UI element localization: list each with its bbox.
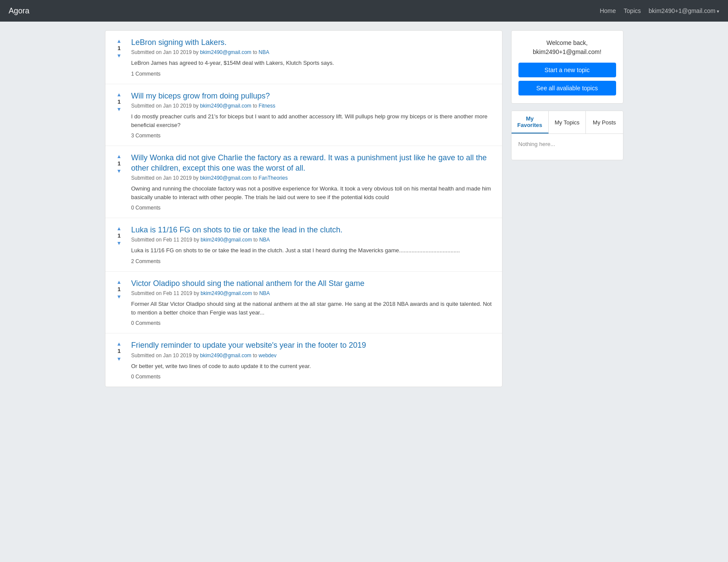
topic-excerpt: Luka is 11/16 FG on shots to tie or take… — [131, 246, 494, 255]
topic-comments: 3 Comments — [131, 133, 494, 139]
topic-comments: 1 Comments — [131, 71, 494, 77]
topic-comments: 0 Comments — [131, 205, 494, 211]
welcome-text: Welcome back, bkim2490+1@gmail.com! — [518, 38, 616, 57]
vote-count: 1 — [118, 347, 121, 355]
tab-my-topics[interactable]: My Topics — [549, 111, 586, 133]
vote-count: 1 — [118, 160, 121, 168]
topic-body: LeBron signing with Lakers. Submitted on… — [131, 38, 494, 77]
topic-comments: 0 Comments — [131, 374, 494, 380]
topic-author[interactable]: bkim2490@gmail.com — [200, 237, 252, 243]
topic-title[interactable]: Will my biceps grow from doing pullups? — [131, 91, 494, 101]
topic-author[interactable]: bkim2490@gmail.com — [200, 175, 251, 181]
vote-section: ▲ 1 ▼ — [113, 279, 125, 299]
vote-count: 1 — [118, 44, 121, 52]
topics-list: ▲ 1 ▼ LeBron signing with Lakers. Submit… — [105, 30, 502, 387]
upvote-arrow[interactable]: ▲ — [117, 38, 122, 44]
topic-item: ▲ 1 ▼ Luka is 11/16 FG on shots to tie o… — [105, 218, 502, 272]
welcome-line1: Welcome back, — [547, 39, 588, 46]
topic-author[interactable]: bkim2490@gmail.com — [200, 290, 252, 296]
downvote-arrow[interactable]: ▼ — [117, 168, 122, 174]
topic-title[interactable]: Luka is 11/16 FG on shots to tie or take… — [131, 225, 494, 235]
topic-title[interactable]: LeBron signing with Lakers. — [131, 38, 494, 48]
downvote-arrow[interactable]: ▼ — [117, 241, 122, 246]
topic-author[interactable]: bkim2490@gmail.com — [200, 49, 251, 55]
topic-title[interactable]: Victor Oladipo should sing the national … — [131, 279, 494, 289]
tab-my-posts[interactable]: My Posts — [586, 111, 623, 133]
sidebar-tab-content: Nothing here... — [512, 134, 623, 160]
topic-excerpt: I do mostly preacher curls and 21's for … — [131, 112, 494, 129]
downvote-arrow[interactable]: ▼ — [117, 53, 122, 58]
start-topic-button[interactable]: Start a new topic — [518, 63, 616, 77]
topic-item: ▲ 1 ▼ Will my biceps grow from doing pul… — [105, 84, 502, 146]
topic-comments: 2 Comments — [131, 258, 494, 264]
vote-section: ▲ 1 ▼ — [113, 226, 125, 246]
downvote-arrow[interactable]: ▼ — [117, 107, 122, 112]
downvote-arrow[interactable]: ▼ — [117, 356, 122, 362]
upvote-arrow[interactable]: ▲ — [117, 341, 122, 346]
topic-body: Will my biceps grow from doing pullups? … — [131, 91, 494, 139]
navbar-links: Home Topics bkim2490+1@gmail.com — [600, 7, 719, 14]
upvote-arrow[interactable]: ▲ — [117, 279, 122, 285]
topic-category[interactable]: Fitness — [259, 103, 276, 109]
topic-category[interactable]: webdev — [259, 352, 277, 359]
vote-section: ▲ 1 ▼ — [113, 341, 125, 361]
topic-title[interactable]: Friendly reminder to update your website… — [131, 340, 494, 350]
upvote-arrow[interactable]: ▲ — [117, 154, 122, 159]
vote-section: ▲ 1 ▼ — [113, 92, 125, 112]
topic-meta: Submitted on Jan 10 2019 by bkim2490@gma… — [131, 103, 494, 109]
upvote-arrow[interactable]: ▲ — [117, 92, 122, 97]
topic-category[interactable]: NBA — [259, 290, 270, 296]
welcome-card: Welcome back, bkim2490+1@gmail.com! Star… — [511, 30, 623, 104]
vote-count: 1 — [118, 232, 121, 240]
topic-author[interactable]: bkim2490@gmail.com — [200, 103, 251, 109]
topic-item: ▲ 1 ▼ LeBron signing with Lakers. Submit… — [105, 31, 502, 84]
sidebar-tabs-card: My Favorites My Topics My Posts Nothing … — [511, 111, 623, 160]
welcome-line2: bkim2490+1@gmail.com! — [533, 48, 601, 55]
page-container: ▲ 1 ▼ LeBron signing with Lakers. Submit… — [96, 22, 632, 396]
navbar-user[interactable]: bkim2490+1@gmail.com — [649, 7, 719, 14]
topic-body: Willy Wonka did not give Charlie the fac… — [131, 153, 494, 211]
topic-category[interactable]: NBA — [259, 49, 270, 55]
topic-meta: Submitted on Jan 10 2019 by bkim2490@gma… — [131, 175, 494, 181]
nav-home[interactable]: Home — [600, 7, 616, 14]
see-all-topics-button[interactable]: See all avaliable topics — [518, 81, 616, 95]
nav-topics[interactable]: Topics — [624, 7, 641, 14]
topic-meta: Submitted on Feb 11 2019 by bkim2490@gma… — [131, 290, 494, 296]
topic-body: Victor Oladipo should sing the national … — [131, 279, 494, 326]
topic-item: ▲ 1 ▼ Willy Wonka did not give Charlie t… — [105, 146, 502, 218]
sidebar: Welcome back, bkim2490+1@gmail.com! Star… — [511, 30, 623, 387]
topic-comments: 0 Comments — [131, 320, 494, 326]
tab-my-favorites[interactable]: My Favorites — [512, 111, 549, 133]
topic-body: Luka is 11/16 FG on shots to tie or take… — [131, 225, 494, 264]
topic-excerpt: Owning and running the chocolate factory… — [131, 184, 494, 201]
downvote-arrow[interactable]: ▼ — [117, 294, 122, 299]
topic-excerpt: Former All Star Victor Oladipo should si… — [131, 300, 494, 317]
topic-meta: Submitted on Feb 11 2019 by bkim2490@gma… — [131, 237, 494, 243]
sidebar-tabs: My Favorites My Topics My Posts — [512, 111, 623, 134]
topic-body: Friendly reminder to update your website… — [131, 340, 494, 380]
topic-item: ▲ 1 ▼ Friendly reminder to update your w… — [105, 333, 502, 387]
navbar-brand[interactable]: Agora — [9, 6, 29, 16]
tab-empty-message: Nothing here... — [518, 141, 555, 147]
topic-excerpt: Or better yet, write two lines of code t… — [131, 362, 494, 371]
topic-title[interactable]: Willy Wonka did not give Charlie the fac… — [131, 153, 494, 173]
topic-item: ▲ 1 ▼ Victor Oladipo should sing the nat… — [105, 272, 502, 333]
vote-count: 1 — [118, 98, 121, 106]
navbar: Agora Home Topics bkim2490+1@gmail.com — [0, 0, 728, 22]
upvote-arrow[interactable]: ▲ — [117, 226, 122, 231]
vote-count: 1 — [118, 286, 121, 293]
topic-excerpt: LeBron James has agreed to 4-year, $154M… — [131, 59, 494, 67]
topic-author[interactable]: bkim2490@gmail.com — [200, 352, 251, 359]
vote-section: ▲ 1 ▼ — [113, 154, 125, 174]
vote-section: ▲ 1 ▼ — [113, 38, 125, 58]
topic-category[interactable]: NBA — [259, 237, 270, 243]
topic-category[interactable]: FanTheories — [259, 175, 288, 181]
topic-meta: Submitted on Jan 10 2019 by bkim2490@gma… — [131, 49, 494, 55]
topic-meta: Submitted on Jan 10 2019 by bkim2490@gma… — [131, 352, 494, 359]
